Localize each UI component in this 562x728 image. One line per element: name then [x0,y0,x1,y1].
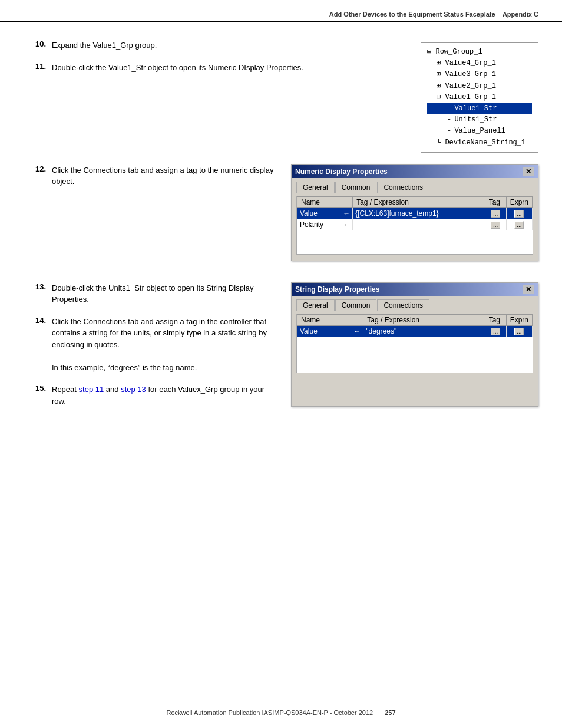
step-14-number: 14. [35,316,52,374]
exprn-btn[interactable]: ... [514,328,524,335]
tree-col: ⊞ Row_Group_1⊞ Value4_Grp_1⊞ Value3_Grp_… [421,39,538,153]
header-section-text: Add Other Devices to the Equipment Statu… [329,11,538,18]
string-display-dialog[interactable]: String Display Properties ✕ GeneralCommo… [291,282,538,407]
tag-btn[interactable]: ... [491,210,500,218]
string-dialog-tab-connections[interactable]: Connections [377,299,429,311]
row-expression: {[CLX:L63]furnace_temp1} [353,207,485,219]
step-15-link1[interactable]: step 11 [79,385,104,394]
row-exprn[interactable]: ... [506,325,532,337]
row-tag[interactable]: ... [485,219,506,230]
step-10-number: 10. [35,39,52,51]
row-arrow: ← [340,219,353,230]
step-12-number: 12. [35,164,52,187]
steps-13-14-col: 13. Double-click the Units1_Str object t… [35,282,279,418]
numeric-dialog-table: Name Tag / Expression Tag Exprn Value ← … [297,196,533,230]
step-10-text: Expand the Value1_Grp group. [52,39,403,51]
string-col-arrow [351,314,363,325]
steps-10-11-col: 10. Expand the Value1_Grp group. 11. Dou… [35,39,403,153]
numeric-dialog-tab-connections[interactable]: Connections [377,182,429,193]
tag-btn[interactable]: ... [491,221,500,229]
table-row[interactable]: Value ← {[CLX:L63]furnace_temp1} ... ... [297,207,533,219]
row-exprn[interactable]: ... [506,207,532,219]
numeric-dialog-table-area: Name Tag / Expression Tag Exprn Value ← … [296,196,533,255]
numeric-col-exprn: Exprn [506,196,532,207]
step-11: 11. Double-click the Value1_Str object t… [35,62,403,74]
step-12-section: 12. Click the Connections tab and assign… [35,164,538,272]
row-name: Value [297,207,340,219]
string-dialog-table-area: Name Tag / Expression Tag Exprn Value ← … [296,314,533,373]
header-appendix: Appendix C [503,11,538,18]
numeric-dialog-tabs: GeneralCommonConnections [296,182,533,193]
numeric-dialog-tab-common[interactable]: Common [335,182,377,193]
string-dialog-table: Name Tag / Expression Tag Exprn Value ← … [297,314,533,337]
tree-item[interactable]: ⊞ Value3_Grp_1 [427,69,532,80]
row-expression: "degrees" [363,325,485,337]
string-col-expression: Tag / Expression [363,314,485,325]
step-12-text: Click the Connections tab and assign a t… [52,164,279,187]
page-footer: Rockwell Automation Publication IASIMP-Q… [0,709,562,716]
step-14-text-part1: Click the Connections tab and assign a t… [52,317,267,349]
numeric-dialog-tab-general[interactable]: General [296,182,335,193]
row-tag[interactable]: ... [485,207,506,219]
table-row[interactable]: Value ← "degrees" ... ... [297,325,533,337]
numeric-col-arrow [340,196,353,207]
step-15-text-before: Repeat [52,385,79,394]
tree-item[interactable]: └ DeviceName_String_1 [427,137,532,149]
header-section: Add Other Devices to the Equipment Statu… [329,11,495,18]
step-13-number: 13. [35,282,52,305]
row-exprn[interactable]: ... [506,219,532,230]
step-14-text: Click the Connections tab and assign a t… [52,316,279,374]
string-col-name: Name [297,314,351,325]
numeric-col-name: Name [297,196,340,207]
step-14: 14. Click the Connections tab and assign… [35,316,279,374]
footer-publication-text: Rockwell Automation Publication IASIMP-Q… [166,709,373,716]
exprn-btn[interactable]: ... [514,221,524,229]
numeric-col-tag: Tag [485,196,506,207]
numeric-dialog-close[interactable]: ✕ [523,167,534,176]
row-name: Polarity [297,219,340,230]
exprn-btn[interactable]: ... [514,210,524,218]
step-15: 15. Repeat step 11 and step 13 for each … [35,384,279,407]
numeric-dialog-body: GeneralCommonConnections Name Tag / Expr… [292,178,538,261]
step-11-number: 11. [35,62,52,74]
numeric-dialog-title: Numeric Display Properties [295,167,388,176]
tree-widget: ⊞ Row_Group_1⊞ Value4_Grp_1⊞ Value3_Grp_… [421,42,538,153]
tree-item[interactable]: └ Value1_Str [427,103,532,114]
string-dialog-body: GeneralCommonConnections Name Tag / Expr… [292,296,538,379]
tree-item[interactable]: ⊞ Value4_Grp_1 [427,58,532,69]
step-15-link2[interactable]: step 13 [121,385,146,394]
tree-item[interactable]: ⊟ Value1_Grp_1 [427,92,532,103]
step-15-text: Repeat step 11 and step 13 for each Valu… [52,384,279,407]
step-12: 12. Click the Connections tab and assign… [35,164,279,187]
row-tag[interactable]: ... [485,325,506,337]
row-arrow: ← [340,207,353,219]
step-15-text-mid: and [104,385,121,394]
step-10: 10. Expand the Value1_Grp group. [35,39,403,51]
tree-item[interactable]: └ Value_Panel1 [427,126,532,137]
tree-item[interactable]: ⊞ Row_Group_1 [427,47,532,58]
numeric-col-expression: Tag / Expression [353,196,485,207]
row-expression [353,219,485,230]
tag-btn[interactable]: ... [491,328,500,335]
table-row[interactable]: Polarity ← ... ... [297,219,533,230]
string-dialog-tab-general[interactable]: General [296,299,335,311]
step-13-text: Double-click the Units1_Str object to op… [52,282,279,305]
tree-item[interactable]: ⊞ Value2_Grp_1 [427,81,532,92]
string-col-tag: Tag [485,314,506,325]
string-dialog-close[interactable]: ✕ [523,285,534,294]
tree-item[interactable]: └ Units1_Str [427,114,532,126]
step-15-number: 15. [35,384,52,407]
numeric-dialog-titlebar: Numeric Display Properties ✕ [292,165,538,178]
step-13: 13. Double-click the Units1_Str object t… [35,282,279,305]
step-12-col: 12. Click the Connections tab and assign… [35,164,279,272]
string-dialog-tab-common[interactable]: Common [335,299,377,311]
steps-13-14-section: 13. Double-click the Units1_Str object t… [35,282,538,418]
string-dialog-tabs: GeneralCommonConnections [296,299,533,311]
numeric-display-dialog[interactable]: Numeric Display Properties ✕ GeneralComm… [291,164,538,261]
page-header: Add Other Devices to the Equipment Statu… [0,0,562,22]
string-col-exprn: Exprn [506,314,532,325]
steps-10-11-section: 10. Expand the Value1_Grp group. 11. Dou… [35,39,538,153]
string-dialog-titlebar: String Display Properties ✕ [292,283,538,296]
step-14-text-part2: In this example, “degrees” is the tag na… [52,363,197,372]
step-11-text: Double-click the Value1_Str object to op… [52,62,403,74]
